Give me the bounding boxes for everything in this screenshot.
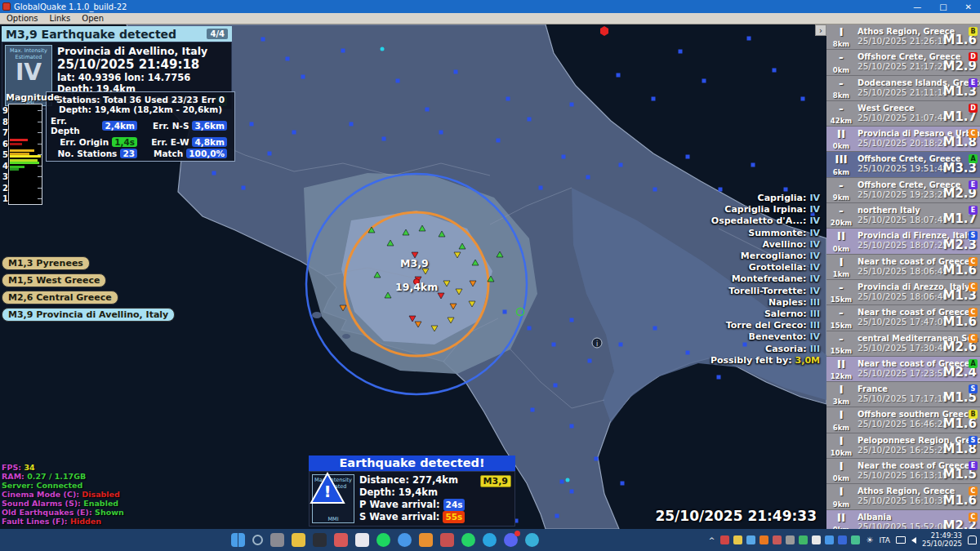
station-marker[interactable]: [528, 327, 532, 331]
station-marker[interactable]: [717, 375, 721, 380]
station-marker[interactable]: [528, 118, 532, 122]
station-marker[interactable]: [250, 122, 254, 127]
station-marker[interactable]: [586, 176, 590, 180]
whatsapp-icon[interactable]: [461, 533, 475, 547]
earthquake-list-item[interactable]: II0kmProvincia di Firenze, Italy25/10/20…: [826, 229, 980, 254]
terminal-icon[interactable]: [313, 533, 327, 547]
tray-icon-1[interactable]: [720, 535, 729, 544]
media-app-icon[interactable]: [419, 533, 433, 547]
earthquake-list-item[interactable]: I0kmNear the coast of Greece25/10/2025 1…: [826, 459, 980, 484]
earthquake-list-item[interactable]: -9kmOffshore Crete, Greece25/10/2025 19:…: [826, 178, 980, 203]
tray-icon-3[interactable]: [746, 535, 755, 544]
station-marker[interactable]: [570, 318, 574, 322]
mail-app-icon[interactable]: [440, 533, 454, 547]
language-indicator[interactable]: ITA: [879, 536, 890, 544]
station-marker[interactable]: [570, 424, 574, 429]
app-grey-icon[interactable]: [270, 533, 284, 547]
station-marker[interactable]: [292, 131, 296, 135]
earthquake-list-item[interactable]: -20kmnorthern Italy25/10/2025 18:07:45M1…: [826, 203, 980, 229]
volume-icon[interactable]: [911, 537, 916, 544]
map-view[interactable]: i M3,9 Earthquake detected 4/4 Max. Inte…: [0, 24, 826, 529]
station-marker[interactable]: [719, 188, 723, 192]
station-marker[interactable]: [773, 69, 777, 73]
station-marker[interactable]: [595, 457, 599, 461]
station-marker[interactable]: [617, 73, 621, 78]
tray-icon-8[interactable]: [812, 535, 821, 544]
earthquake-list-item[interactable]: III6kmOffshore Crete, Greece25/10/2025 1…: [826, 152, 980, 177]
minimize-button[interactable]: —: [913, 2, 921, 11]
tray-icon-5[interactable]: [773, 535, 782, 544]
station-marker[interactable]: [784, 188, 788, 192]
earthquake-list-item[interactable]: I1kmNear the coast of Greece25/10/2025 1…: [826, 255, 980, 280]
station-marker[interactable]: [261, 38, 265, 42]
station-marker[interactable]: [554, 384, 558, 388]
station-marker[interactable]: [619, 163, 623, 167]
earthquake-list-item[interactable]: II0kmAlbania25/10/2025 15:52:06M2.2C: [826, 510, 980, 529]
earthquake-list-item[interactable]: -42kmWest Greece25/10/2025 21:07:44M1.7D: [826, 101, 980, 127]
spotify-icon[interactable]: [376, 533, 390, 547]
station-marker[interactable]: [751, 163, 755, 167]
station-marker[interactable]: [747, 37, 751, 41]
station-marker[interactable]: [560, 480, 564, 484]
station-marker[interactable]: [425, 108, 430, 112]
file-explorer-icon[interactable]: [292, 533, 305, 547]
station-marker[interactable]: [506, 97, 510, 101]
station-marker[interactable]: [653, 188, 657, 192]
station-marker[interactable]: [652, 97, 656, 101]
station-marker[interactable]: [566, 478, 570, 482]
station-marker[interactable]: [679, 50, 683, 54]
earthquake-list-item[interactable]: -0kmOffshore Crete, Greece25/10/2025 21:…: [826, 50, 980, 75]
station-marker[interactable]: [570, 490, 574, 494]
station-marker[interactable]: [653, 327, 657, 331]
station-marker[interactable]: [801, 97, 805, 101]
maximize-button[interactable]: □: [939, 2, 947, 11]
earthquake-list-sidebar[interactable]: I8kmAthos Region, Greece25/10/2025 21:26…: [826, 24, 980, 529]
start-icon[interactable]: [231, 533, 245, 547]
menu-item-options[interactable]: Options: [7, 14, 38, 23]
display-icon[interactable]: [896, 536, 906, 544]
station-marker[interactable]: [562, 155, 566, 159]
earthquake-list-item[interactable]: I10kmPeloponnese Region, Greece25/10/202…: [826, 433, 980, 459]
station-marker[interactable]: [552, 343, 556, 347]
store-app-icon[interactable]: [355, 533, 369, 547]
station-marker[interactable]: [686, 351, 690, 355]
earthquake-list-item[interactable]: I3kmFrance25/10/2025 17:17:19M1.5S: [826, 382, 980, 407]
close-button[interactable]: ✕: [965, 2, 972, 11]
sidebar-collapse-button[interactable]: ›: [815, 24, 826, 36]
menu-item-links[interactable]: Links: [50, 14, 71, 23]
photos-app-icon[interactable]: [334, 533, 348, 547]
station-marker[interactable]: [268, 152, 272, 156]
edge-icon[interactable]: [525, 533, 539, 547]
discord-icon[interactable]: [504, 533, 518, 547]
station-marker[interactable]: [503, 310, 507, 314]
station-marker[interactable]: [382, 137, 386, 141]
station-marker[interactable]: [539, 186, 543, 190]
tray-icon-10[interactable]: [838, 535, 847, 544]
event-pill[interactable]: M2,6 Central Greece: [2, 291, 118, 304]
notification-icon[interactable]: [968, 535, 977, 544]
earthquake-list-item[interactable]: -15kmcentral Mediterranean Sea25/10/2025…: [826, 331, 980, 357]
tray-icon-2[interactable]: [733, 535, 742, 544]
station-marker[interactable]: [621, 482, 625, 486]
station-marker[interactable]: [396, 79, 400, 83]
station-marker[interactable]: [588, 359, 592, 363]
tray-icon-4[interactable]: [760, 535, 768, 544]
menu-item-open[interactable]: Open: [82, 14, 104, 23]
station-marker[interactable]: [555, 514, 559, 518]
station-marker[interactable]: [497, 139, 501, 143]
taskbar-clock[interactable]: 21:49:33 25/10/2025: [922, 532, 962, 548]
event-pill[interactable]: M3,9 Provincia di Avellino, Italy: [2, 308, 175, 322]
station-marker[interactable]: [301, 75, 305, 79]
earthquake-list-item[interactable]: -15kmNear the coast of Greece25/10/2025 …: [826, 305, 980, 331]
station-marker[interactable]: [439, 131, 443, 135]
tray-icon-9[interactable]: [825, 535, 834, 544]
hidden-icons-chevron[interactable]: ^: [709, 536, 715, 544]
earthquake-list-item[interactable]: -15kmProvincia di Arezzo, Italy25/10/202…: [826, 280, 980, 305]
telegram-icon[interactable]: [483, 533, 497, 547]
station-marker[interactable]: [286, 57, 290, 61]
station-marker[interactable]: [619, 343, 623, 347]
brightness-icon[interactable]: ☀: [866, 535, 873, 544]
search-icon[interactable]: [252, 535, 263, 545]
station-marker[interactable]: [531, 408, 535, 412]
station-marker[interactable]: [212, 171, 216, 176]
